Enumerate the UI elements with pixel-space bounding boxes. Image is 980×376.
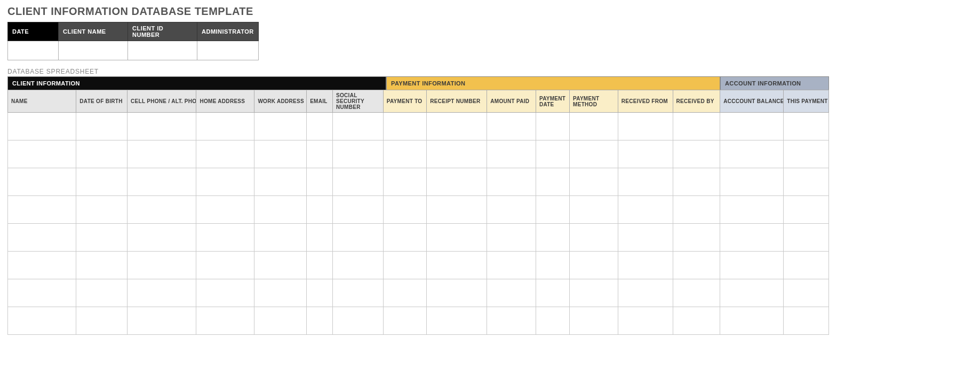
cell-amount_paid[interactable] [487,113,536,140]
cell-receipt_number[interactable] [427,196,487,224]
cell-payment_to[interactable] [383,279,426,307]
cell-balance[interactable] [720,140,784,168]
cell-balance[interactable] [720,307,784,335]
cell-dob[interactable] [76,140,128,168]
cell-received_from[interactable] [618,168,673,196]
cell-dob[interactable] [76,113,128,140]
cell-this_payment[interactable] [784,140,829,168]
cell-phone[interactable] [128,252,196,279]
cell-work_address[interactable] [254,252,307,279]
cell-balance[interactable] [720,168,784,196]
cell-payment_method[interactable] [570,196,618,224]
cell-received_by[interactable] [673,279,720,307]
cell-balance[interactable] [720,196,784,224]
cell-phone[interactable] [128,113,196,140]
cell-dob[interactable] [76,252,128,279]
cell-received_from[interactable] [618,307,673,335]
cell-home_address[interactable] [196,224,254,252]
cell-balance[interactable] [720,224,784,252]
cell-receipt_number[interactable] [427,140,487,168]
cell-name[interactable] [8,279,76,307]
cell-balance[interactable] [720,113,784,140]
cell-ssn[interactable] [333,196,384,224]
cell-this_payment[interactable] [784,279,829,307]
cell-amount_paid[interactable] [487,168,536,196]
cell-received_from[interactable] [618,113,673,140]
cell-payment_to[interactable] [383,224,426,252]
cell-payment_method[interactable] [570,113,618,140]
cell-home_address[interactable] [196,140,254,168]
meta-cell-administrator[interactable] [197,41,259,60]
cell-payment_to[interactable] [383,113,426,140]
cell-ssn[interactable] [333,279,384,307]
cell-this_payment[interactable] [784,307,829,335]
cell-name[interactable] [8,113,76,140]
cell-amount_paid[interactable] [487,196,536,224]
cell-phone[interactable] [128,196,196,224]
cell-received_from[interactable] [618,224,673,252]
cell-payment_date[interactable] [536,279,569,307]
cell-payment_to[interactable] [383,168,426,196]
cell-work_address[interactable] [254,140,307,168]
cell-receipt_number[interactable] [427,252,487,279]
cell-email[interactable] [307,168,333,196]
cell-amount_paid[interactable] [487,140,536,168]
cell-this_payment[interactable] [784,196,829,224]
cell-received_from[interactable] [618,252,673,279]
meta-cell-date[interactable] [8,41,59,60]
cell-payment_date[interactable] [536,252,569,279]
cell-ssn[interactable] [333,252,384,279]
cell-received_from[interactable] [618,196,673,224]
cell-receipt_number[interactable] [427,307,487,335]
cell-email[interactable] [307,113,333,140]
cell-ssn[interactable] [333,307,384,335]
cell-received_by[interactable] [673,140,720,168]
cell-payment_date[interactable] [536,168,569,196]
cell-email[interactable] [307,224,333,252]
cell-receipt_number[interactable] [427,168,487,196]
cell-this_payment[interactable] [784,224,829,252]
cell-email[interactable] [307,140,333,168]
cell-email[interactable] [307,252,333,279]
cell-email[interactable] [307,196,333,224]
cell-phone[interactable] [128,307,196,335]
cell-received_from[interactable] [618,140,673,168]
cell-amount_paid[interactable] [487,279,536,307]
cell-received_by[interactable] [673,224,720,252]
cell-phone[interactable] [128,224,196,252]
cell-home_address[interactable] [196,307,254,335]
cell-home_address[interactable] [196,113,254,140]
cell-received_by[interactable] [673,113,720,140]
cell-amount_paid[interactable] [487,252,536,279]
cell-name[interactable] [8,252,76,279]
cell-payment_method[interactable] [570,168,618,196]
cell-work_address[interactable] [254,307,307,335]
cell-dob[interactable] [76,168,128,196]
cell-received_by[interactable] [673,252,720,279]
cell-dob[interactable] [76,307,128,335]
cell-ssn[interactable] [333,224,384,252]
cell-this_payment[interactable] [784,252,829,279]
cell-amount_paid[interactable] [487,307,536,335]
cell-payment_method[interactable] [570,224,618,252]
cell-home_address[interactable] [196,196,254,224]
cell-payment_to[interactable] [383,252,426,279]
cell-payment_method[interactable] [570,252,618,279]
cell-this_payment[interactable] [784,168,829,196]
cell-work_address[interactable] [254,113,307,140]
cell-home_address[interactable] [196,168,254,196]
cell-payment_date[interactable] [536,113,569,140]
cell-payment_to[interactable] [383,307,426,335]
cell-email[interactable] [307,307,333,335]
cell-this_payment[interactable] [784,113,829,140]
cell-home_address[interactable] [196,252,254,279]
cell-payment_date[interactable] [536,224,569,252]
cell-dob[interactable] [76,196,128,224]
cell-payment_method[interactable] [570,279,618,307]
cell-name[interactable] [8,168,76,196]
meta-cell-client-id[interactable] [128,41,197,60]
cell-ssn[interactable] [333,140,384,168]
cell-work_address[interactable] [254,168,307,196]
cell-payment_to[interactable] [383,140,426,168]
cell-ssn[interactable] [333,168,384,196]
